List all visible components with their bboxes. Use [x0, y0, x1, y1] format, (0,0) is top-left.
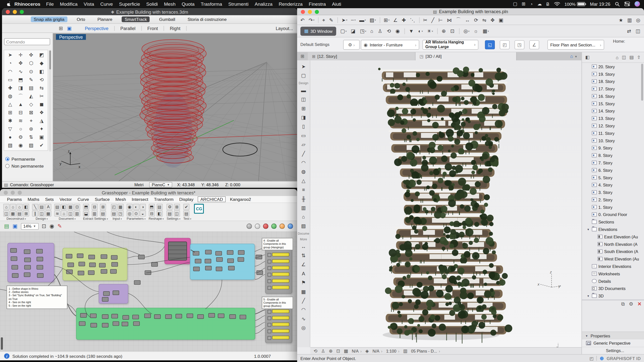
arc-tool-icon[interactable]: ◠	[297, 306, 310, 314]
fill-type-icon[interactable]: ▨▾	[370, 17, 376, 23]
minimize-button[interactable]	[308, 10, 312, 14]
view-settings-combo[interactable]: Floor Plan and Section... ›	[548, 40, 604, 50]
rhino-toggle-button[interactable]: Storia di costruzione	[185, 16, 230, 22]
column-tool-icon[interactable]: ▯	[297, 122, 310, 131]
rhino-tool-icon[interactable]: ➤	[5, 51, 16, 59]
rhino-tool-icon[interactable]: ◨	[16, 84, 26, 92]
rhino-tool-icon[interactable]: ⇅	[26, 133, 36, 141]
label-tool-icon[interactable]: ⚑	[297, 278, 310, 287]
scale-combo[interactable]: 1:100›	[386, 348, 400, 353]
ribbon-component-icon[interactable]: ◳	[118, 210, 124, 216]
layouts-icon[interactable]: ▥	[403, 348, 408, 354]
shell-tool-icon[interactable]: ◠	[297, 158, 310, 167]
ribbon-component-icon[interactable]: ⌂	[3, 204, 10, 210]
navigator-item[interactable]: 9. Story	[582, 144, 644, 152]
ribbon-component-icon[interactable]: ▦	[10, 210, 16, 216]
snap-points-icon[interactable]: ⋱	[410, 17, 415, 23]
grasshopper-menu-tab[interactable]: ARCHICAD	[198, 196, 226, 202]
navigator-item[interactable]: 2. Story	[582, 196, 644, 203]
rhino-tool-icon[interactable]: ◠	[5, 67, 16, 76]
explore-nav-icon[interactable]: ♙	[321, 348, 325, 354]
view-settings-icon[interactable]: ⚙	[629, 301, 633, 307]
stair-tool-icon[interactable]: ≡	[297, 185, 310, 194]
palette-scrollbar[interactable]	[49, 50, 52, 152]
rhino-tool-icon[interactable]: ◉	[16, 141, 26, 150]
preview-eye-icon[interactable]: ◉	[50, 223, 54, 230]
anchor-top-icon[interactable]: ◱	[485, 40, 495, 49]
ribbon-component-icon[interactable]: ◑	[140, 204, 146, 210]
rotation-angle-icon[interactable]: ∠	[529, 40, 539, 49]
rhino-tool-icon[interactable]: ✛	[16, 51, 26, 59]
rhino-tool-icon[interactable]: ▲	[16, 100, 26, 108]
object-tool-icon[interactable]: ⌂	[297, 212, 310, 222]
guide-lines-icon[interactable]: ∠	[393, 17, 398, 23]
inject-parameters-icon[interactable]: ✎	[329, 17, 334, 23]
fillet-icon[interactable]: ⌒	[456, 16, 461, 23]
grasshopper-canvas[interactable]: 1 - Define shape in Rhino2 - Define stor…	[0, 232, 297, 351]
rhino-tool-icon[interactable]: ▨	[26, 141, 36, 150]
grid-snap-icon[interactable]: ⊞▾	[384, 17, 390, 23]
navigator-item[interactable]: 16. Story	[582, 92, 644, 100]
rhino-tool-icon[interactable]: ◧	[36, 67, 47, 76]
rhino-tool-icon[interactable]: ◮	[36, 117, 47, 125]
navigator-item[interactable]: North Elevation (A	[582, 240, 644, 248]
navigator-item[interactable]: 6. Story	[582, 166, 644, 174]
ribbon-component-icon[interactable]: ⌂	[61, 210, 67, 216]
redo-icon[interactable]: ↷▾	[308, 17, 314, 23]
window-tiles-icon[interactable]: ⊞	[522, 1, 525, 7]
cplane-combo[interactable]: PianoC ▼	[149, 182, 172, 188]
camera-tool-icon[interactable]: ◎	[297, 323, 310, 332]
navigator-scrollbar[interactable]	[641, 64, 643, 101]
close-button[interactable]	[4, 191, 8, 195]
project-map-icon[interactable]: ⌂	[616, 55, 618, 60]
navigator-item[interactable]: Worksheets	[582, 270, 644, 277]
rhino-toggle-button[interactable]: SmartTrack	[122, 16, 150, 22]
ribbon-component-icon[interactable]: ◫	[3, 210, 10, 216]
grasshopper-menu-tab[interactable]: Surface	[92, 197, 112, 202]
osnap-radio-option[interactable]: Permanente	[6, 157, 44, 162]
group-caption-hangings[interactable]: 4 - Enable all Components in this group …	[262, 238, 293, 250]
viewport-tab[interactable]: Perspective	[79, 26, 115, 30]
grasshopper-menu-tab[interactable]: Display	[176, 197, 196, 202]
split-icon[interactable]: ╱	[432, 17, 435, 23]
wall-tool-icon[interactable]: ▬	[297, 86, 310, 95]
orbit-icon[interactable]: ⟲	[387, 28, 391, 34]
pane-layout-icon[interactable]: ◰	[590, 356, 593, 361]
rhino-tool-icon[interactable]: ◔	[5, 59, 16, 67]
ribbon-component-icon[interactable]: ⬒	[83, 204, 89, 210]
ribbon-group-label[interactable]: Reshape	[149, 217, 164, 221]
rhino-tool-icon[interactable]: ⟲	[36, 76, 47, 84]
tree-expand-icon[interactable]: ▼	[587, 294, 590, 298]
clone-folder-icon[interactable]: ⧉	[621, 301, 625, 307]
grasshopper-titlebar[interactable]: Grasshopper - Example Building with terr…	[0, 189, 297, 196]
rhino-tool-icon[interactable]: ✥	[16, 59, 26, 67]
rhino-tool-icon[interactable]: ⊛	[26, 125, 36, 133]
rhino-viewport[interactable]: Perspective z y x	[53, 33, 297, 181]
cloud-sync-icon[interactable]: ☁	[537, 1, 542, 7]
active-app-name[interactable]: Rhinoceros	[14, 2, 40, 6]
group-caption-bushes[interactable]: 5 - Enable all Components in this group …	[262, 297, 293, 309]
command-input[interactable]	[4, 38, 50, 45]
preview-document-icon[interactable]	[288, 224, 293, 229]
rhino-tool-icon[interactable]: ✦	[36, 125, 47, 133]
menubar-item[interactable]: Vista	[84, 2, 94, 6]
navigator-item[interactable]: Generic Perspect...	[582, 300, 644, 300]
navigator-item[interactable]: 17. Story	[582, 85, 644, 92]
ribbon-component-icon[interactable]: ⬒	[149, 204, 155, 210]
preview-off-icon[interactable]	[246, 224, 252, 229]
library-manager-icon[interactable]: ▥	[627, 17, 632, 23]
walk-icon[interactable]: ♙	[378, 28, 382, 34]
rotate-icon[interactable]: ⟳	[474, 17, 478, 23]
drag-icon[interactable]: ✥	[490, 17, 495, 23]
ribbon-component-icon[interactable]: ⊟	[91, 204, 98, 210]
ribbon-component-icon[interactable]: ⊞	[100, 204, 106, 210]
apple-menu[interactable]	[6, 1, 11, 7]
rhino-tool-icon[interactable]: ⌒	[16, 92, 26, 100]
zoom-button[interactable]	[18, 191, 22, 195]
ribbon-component-icon[interactable]: ▤	[183, 210, 190, 216]
organizer-icon[interactable]: ◫	[636, 28, 640, 34]
viewport-label[interactable]: Perspective	[56, 34, 86, 40]
paint-wireframe-icon[interactable]: ✎	[57, 223, 62, 230]
rhino-tool-icon[interactable]: ⬒	[16, 76, 26, 84]
archicad-3d-model[interactable]	[310, 60, 582, 347]
